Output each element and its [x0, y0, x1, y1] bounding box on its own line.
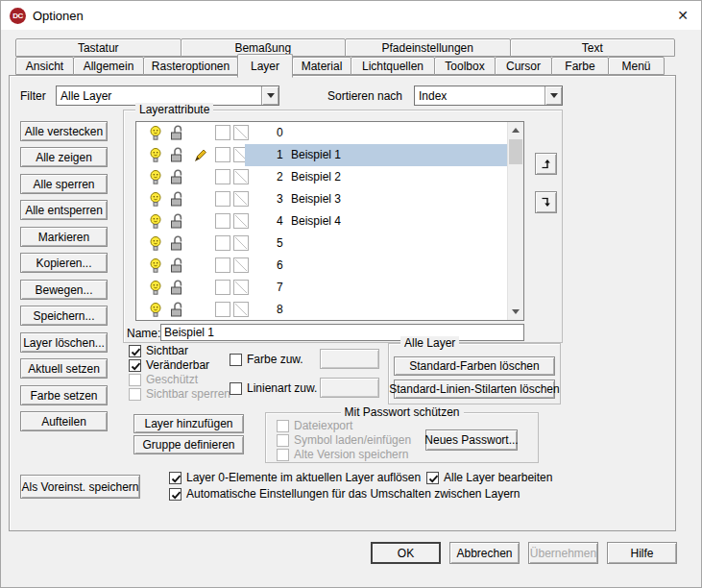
lock-open-icon[interactable]	[170, 147, 186, 166]
scrollbar[interactable]	[507, 122, 523, 320]
layer-list[interactable]: 0 1Beispiel 1 2Beispiel 2	[135, 121, 524, 321]
checkbox-linienart-zuw[interactable]: Linienart zuw.	[230, 381, 317, 395]
color-swatch[interactable]	[215, 213, 230, 229]
layer-row-label[interactable]: 5	[245, 233, 507, 255]
color-swatch[interactable]	[215, 257, 230, 273]
color-swatch[interactable]	[215, 280, 230, 295]
checkbox-box[interactable]	[230, 382, 242, 395]
color-swatch[interactable]	[215, 235, 230, 251]
tab-cursor[interactable]: Cursor	[495, 57, 552, 75]
alle-sperren-button[interactable]: Alle sperren	[20, 174, 108, 194]
layer-row[interactable]: 8	[136, 299, 507, 321]
ok-button[interactable]: OK	[371, 542, 441, 564]
bewegen-button[interactable]: Bewegen...	[20, 280, 108, 300]
hilfe-button[interactable]: Hilfe	[607, 542, 677, 564]
layer-row-label[interactable]: 8	[245, 299, 507, 321]
tab-material[interactable]: Material	[292, 57, 351, 75]
visibility-bulb-icon[interactable]	[148, 169, 163, 189]
scroll-thumb[interactable]	[509, 139, 522, 164]
visibility-bulb-icon[interactable]	[148, 302, 163, 321]
linienart-zuw-swatch-button[interactable]	[320, 378, 379, 398]
checkbox-alle-layer-bearbeiten[interactable]: Alle Layer bearbeiten	[426, 471, 552, 484]
markieren-button[interactable]: Markieren	[20, 227, 108, 247]
tab-farbe[interactable]: Farbe	[551, 57, 609, 75]
als-voreinst-speichern-button[interactable]: Als Voreinst. speichern	[20, 475, 140, 499]
tab-lichtquellen[interactable]: Lichtquellen	[351, 57, 435, 75]
lock-open-icon[interactable]	[170, 302, 186, 321]
gruppe-definieren-button[interactable]: Gruppe definieren	[133, 435, 244, 454]
standard-farben-loeschen-button[interactable]: Standard-Farben löschen	[394, 356, 555, 376]
layer-row-selected[interactable]: 1Beispiel 1	[136, 144, 507, 166]
layer-row[interactable]: 6	[136, 255, 507, 277]
checkbox-box[interactable]	[426, 472, 439, 484]
alle-zeigen-button[interactable]: Alle zeigen	[20, 147, 108, 167]
chevron-down-icon[interactable]	[261, 86, 278, 105]
lock-open-icon[interactable]	[170, 257, 186, 277]
move-layer-up-button[interactable]	[535, 153, 557, 175]
layer-row-label[interactable]: 1Beispiel 1	[245, 144, 507, 166]
color-swatch[interactable]	[215, 125, 230, 140]
tab-menu[interactable]: Menü	[608, 57, 665, 75]
layer-row[interactable]: 5	[136, 233, 507, 255]
checkbox-farbe-zuw[interactable]: Farbe zuw.	[230, 353, 303, 366]
visibility-bulb-icon[interactable]	[148, 213, 163, 233]
tab-layer[interactable]: Layer	[237, 54, 293, 78]
visibility-bulb-icon[interactable]	[148, 257, 163, 278]
lock-open-icon[interactable]	[170, 235, 186, 255]
standard-linien-stilarten-loeschen-button[interactable]: Standard-Linien-Stilarten löschen	[394, 380, 555, 399]
checkbox-box[interactable]	[230, 354, 242, 366]
lock-open-icon[interactable]	[170, 191, 186, 210]
color-swatch[interactable]	[215, 191, 230, 207]
scroll-up-icon[interactable]	[508, 122, 523, 138]
checkbox-automatische-einstellungen[interactable]: Automatische Einstellungen für das Umsch…	[169, 487, 520, 501]
tab-pfadeinstellungen[interactable]: Pfadeinstellungen	[345, 38, 511, 57]
tab-rasteroptionen[interactable]: Rasteroptionen	[143, 57, 238, 75]
layer-row-label[interactable]: 4Beispiel 4	[245, 210, 507, 233]
color-swatch[interactable]	[215, 147, 230, 162]
layer-hinzufuegen-button[interactable]: Layer hinzufügen	[133, 414, 244, 433]
tab-text[interactable]: Text	[510, 38, 676, 57]
move-layer-down-button[interactable]	[535, 191, 557, 213]
checkbox-veraenderbar[interactable]: Veränderbar	[129, 358, 209, 372]
tab-ansicht[interactable]: Ansicht	[15, 57, 74, 75]
lock-open-icon[interactable]	[170, 169, 186, 188]
tab-allgemein[interactable]: Allgemein	[73, 57, 144, 75]
visibility-bulb-icon[interactable]	[148, 280, 163, 300]
layer-row[interactable]: 7	[136, 277, 507, 299]
checkbox-box[interactable]	[129, 359, 141, 372]
farbe-zuw-swatch-button[interactable]	[320, 349, 379, 369]
layer-loeschen-button[interactable]: Layer löschen...	[20, 332, 108, 353]
checkbox-box[interactable]	[169, 488, 182, 501]
abbrechen-button[interactable]: Abbrechen	[449, 542, 520, 564]
chevron-down-icon[interactable]	[545, 86, 562, 105]
checkbox-box[interactable]	[129, 345, 141, 357]
layer-row-label[interactable]: 2Beispiel 2	[245, 166, 507, 188]
checkbox-layer0-aufloesen[interactable]: Layer 0-Elemente im aktuellen Layer aufl…	[169, 471, 421, 484]
layer-row-label[interactable]: 0	[245, 122, 507, 144]
kopieren-button[interactable]: Kopieren...	[20, 253, 108, 273]
lock-open-icon[interactable]	[170, 280, 186, 299]
visibility-bulb-icon[interactable]	[148, 191, 163, 211]
layer-row[interactable]: 0	[136, 122, 507, 144]
color-swatch[interactable]	[215, 169, 230, 184]
aufteilen-button[interactable]: Aufteilen	[20, 411, 108, 431]
alle-verstecken-button[interactable]: Alle verstecken	[20, 121, 108, 141]
lock-open-icon[interactable]	[170, 213, 186, 233]
visibility-bulb-icon[interactable]	[148, 235, 163, 256]
checkbox-sichtbar[interactable]: Sichtbar	[129, 344, 188, 357]
tab-toolbox[interactable]: Toolbox	[434, 57, 496, 75]
close-icon[interactable]: ✕	[670, 4, 695, 27]
neues-passwort-button[interactable]: Neues Passwort...	[425, 429, 518, 451]
checkbox-box[interactable]	[169, 472, 182, 484]
farbe-setzen-button[interactable]: Farbe setzen	[20, 385, 108, 405]
scroll-down-icon[interactable]	[508, 304, 523, 320]
visibility-bulb-icon[interactable]	[148, 147, 163, 167]
alle-entsperren-button[interactable]: Alle entsperren	[20, 200, 108, 220]
layer-row-label[interactable]: 7	[245, 277, 507, 299]
layer-name-input[interactable]	[160, 324, 524, 341]
color-swatch[interactable]	[215, 302, 230, 317]
aktuell-setzen-button[interactable]: Aktuell setzen	[20, 358, 108, 379]
layer-row-label[interactable]: 6	[245, 255, 507, 277]
layer-row[interactable]: 2Beispiel 2	[136, 166, 507, 188]
lock-open-icon[interactable]	[170, 125, 186, 144]
